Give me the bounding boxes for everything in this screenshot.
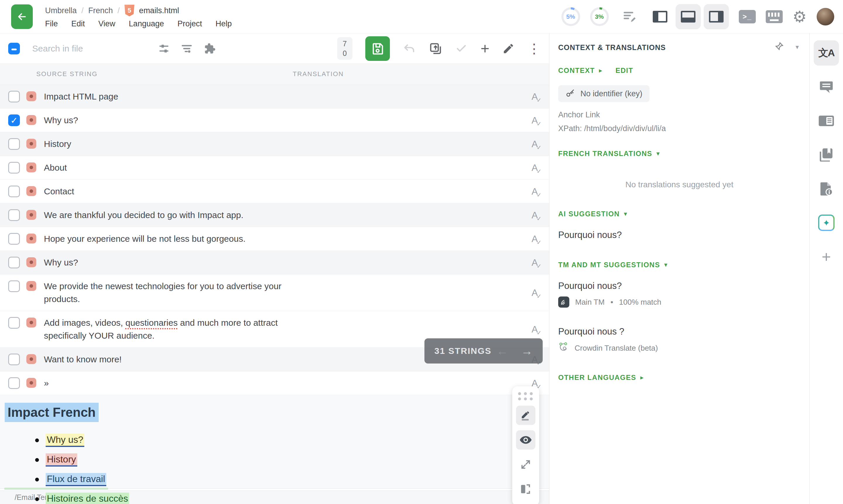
row-checkbox[interactable] [8,91,20,103]
key-icon [565,89,575,98]
select-all-checkbox[interactable] [8,43,20,54]
tab-file-info[interactable] [814,176,839,201]
other-languages-section-toggle[interactable]: OTHER LANGUAGES▸ [558,374,801,382]
spellcheck-icon[interactable]: A✓ [532,92,543,101]
menu-help[interactable]: Help [215,19,232,29]
row-checkbox[interactable] [8,162,20,174]
row-checkbox[interactable] [8,138,20,150]
breadcrumb-language[interactable]: French [88,6,113,15]
table-row[interactable]: About A✓ [0,156,549,180]
source-string: Want to know more! [44,353,122,366]
mt-suggestion-text[interactable]: Pourquoi nous ? [558,326,801,337]
advanced-filter-icon[interactable] [158,43,170,54]
context-section-toggle[interactable]: CONTEXT▸ [558,67,603,75]
undo-icon[interactable] [403,42,416,55]
back-button[interactable] [11,4,33,29]
row-checkbox[interactable] [8,114,20,126]
menu-project[interactable]: Project [177,19,202,29]
settings-gear-icon[interactable]: ⚙ [793,9,807,24]
preview-link[interactable]: Histoires de succès [46,492,129,504]
tab-translations[interactable]: 文A [814,40,839,66]
menu-view[interactable]: View [98,19,115,29]
toggle-right-panel[interactable] [704,4,729,29]
prev-page-arrow-icon[interactable]: ← [497,344,508,358]
menu-edit[interactable]: Edit [71,19,85,29]
table-row[interactable]: Hope your experience will be not less bu… [0,227,549,251]
tab-dictionary[interactable] [814,142,839,167]
preview-link[interactable]: History [46,453,77,467]
add-string-icon[interactable]: + [481,41,489,56]
user-avatar[interactable] [817,8,834,25]
tab-ai-assistant[interactable]: ✦ [814,210,839,235]
expand-preview-button[interactable] [516,455,535,474]
search-input[interactable] [32,43,158,54]
preview-title[interactable]: Impact French [5,403,98,422]
console-icon[interactable]: >_ [739,10,756,23]
more-menu-icon[interactable]: ⋮ [527,42,541,55]
preview-link[interactable]: Why us? [46,434,84,447]
table-row[interactable]: Impact HTML page A✓ [0,85,549,109]
pin-panel-icon[interactable] [774,41,784,53]
next-page-arrow-icon[interactable]: → [521,344,533,358]
table-row[interactable]: » A✓ [0,372,549,395]
tm-suggestion-text[interactable]: Pourquoi nous? [558,281,801,291]
add-panel-button[interactable]: + [814,244,839,269]
preview-link[interactable]: Flux de travail [46,473,106,486]
edit-pencil-icon[interactable] [502,42,515,55]
translations-section-toggle[interactable]: FRENCH TRANSLATIONS▾ [558,149,801,158]
toggle-left-panel[interactable] [647,4,672,29]
tab-terms[interactable] [814,108,839,133]
row-checkbox[interactable] [8,185,20,197]
row-checkbox[interactable] [8,257,20,268]
row-checkbox[interactable] [8,354,20,365]
highlight-mode-button[interactable] [516,406,535,425]
spellcheck-icon[interactable]: A✓ [532,139,543,149]
row-checkbox[interactable] [8,281,20,292]
table-row[interactable]: History A✓ [0,132,549,156]
translated-progress-ring[interactable]: 5% [561,7,580,26]
filter-icon[interactable] [181,43,193,54]
row-checkbox[interactable] [8,233,20,245]
collapse-panel-icon[interactable]: ▾ [795,43,799,51]
ai-suggestion-section-toggle[interactable]: AI SUGGESTION▾ [558,210,801,218]
tab-comments[interactable] [814,74,839,100]
tm-mt-section-toggle[interactable]: TM AND MT SUGGESTIONS▾ [558,261,801,269]
breadcrumb-file[interactable]: emails.html [139,6,179,15]
toggle-bottom-panel[interactable] [676,4,701,29]
menu-file[interactable]: File [45,19,58,29]
spellcheck-icon[interactable]: A✓ [532,187,543,196]
spellcheck-icon[interactable]: A✓ [532,234,543,244]
row-checkbox[interactable] [8,209,20,221]
spellcheck-icon[interactable]: A✓ [532,288,543,298]
menu-language[interactable]: Language [129,19,164,29]
drag-handle-icon[interactable] [518,392,533,400]
file-progress-bar [0,488,549,490]
draft-edit-icon[interactable] [623,10,638,23]
spellcheck-icon[interactable]: A✓ [532,163,543,173]
keyboard-shortcuts-icon[interactable] [766,10,783,23]
untranslated-status-icon [26,318,36,327]
save-button[interactable] [365,36,390,61]
copy-source-icon[interactable] [429,42,442,55]
source-string: Why us? [44,114,78,127]
breadcrumb-project[interactable]: Umbrella [45,6,77,15]
row-checkbox[interactable] [8,377,20,389]
approve-check-icon[interactable] [455,43,468,54]
spellcheck-icon[interactable]: A✓ [532,115,543,125]
ai-suggestion-text[interactable]: Pourquoi nous? [558,230,801,240]
spellcheck-icon[interactable]: A✓ [532,258,543,267]
split-view-button[interactable] [516,480,535,499]
spellcheck-icon[interactable]: A✓ [532,211,543,220]
table-row[interactable]: Why us? A✓ [0,251,549,274]
edit-context-link[interactable]: EDIT [615,67,633,75]
approved-progress-ring[interactable]: 3% [590,7,609,26]
spellcheck-icon[interactable]: A✓ [532,325,543,334]
row-checkbox[interactable] [8,317,20,329]
plugins-puzzle-icon[interactable] [204,42,216,55]
source-string: » [44,377,49,390]
table-row-selected[interactable]: Why us? A✓ [0,109,549,132]
table-row[interactable]: We are thankful you decided to go with I… [0,203,549,227]
table-row[interactable]: Contact A✓ [0,180,549,203]
table-row[interactable]: We provide the newest technologies for y… [0,274,549,311]
preview-visibility-button[interactable] [516,430,535,450]
